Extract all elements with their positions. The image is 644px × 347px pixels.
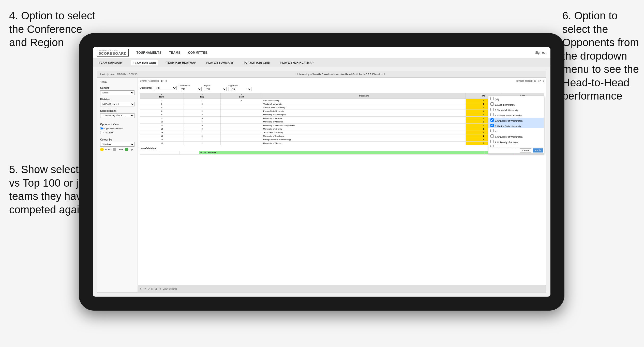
tablet-screen: Powered by iSport 5COREBOARD TOURNAMENTS… [93,47,550,297]
tab-h2h-heatmap[interactable]: TEAM H2H HEATMAP [164,60,198,65]
refresh-icon[interactable]: ↺ [147,287,150,290]
th-reg: #Reg [184,93,220,99]
table-row: 3 2 Vanderbilt University 0 4 [140,102,544,106]
table-row: NCAA Division II 1 0 [140,151,544,155]
apply-button[interactable]: Apply [533,148,543,152]
dropdown-item[interactable]: 6. Florida State University [488,123,544,128]
sub-nav: TEAM SUMMARY TEAM H2H GRID TEAM H2H HEAT… [93,58,550,67]
table-row: 8 2 University of Washington 1 0 [140,113,544,117]
table-row: 4 1 Arizona State University 5 1 [140,106,544,109]
dropdown-item[interactable]: 3. Vanderbilt University [488,107,544,112]
gender-select[interactable]: Men's [100,90,134,95]
filter-row: Opponents: (All) Conference (All) [140,84,544,91]
annotation-top-right: 6. Option to select the Opponents from t… [562,9,639,103]
report-title: University of North Carolina Head-to-Hea… [296,73,385,76]
out-division: Out of division NCAA Division II 1 0 [140,147,544,155]
down-color [100,148,104,151]
tab-player-summary[interactable]: PLAYER SUMMARY [204,60,236,65]
th-opponent: Opponent [262,93,466,99]
school-select[interactable]: 1. University of Nort... [100,113,134,118]
opponent-view-label: Opponent View [100,123,134,126]
team-label: Team [100,81,134,84]
tab-player-heatmap[interactable]: PLAYER H2H HEATMAP [278,60,316,65]
level-color [113,148,116,151]
grid-records: Overall Record: 89 - 17 - 0 Division Rec… [140,80,544,82]
report-body: Team Gender Men's Division NCAA Division [97,78,546,292]
last-updated: Last Updated: 4/7/2024 16:55:38 [100,73,137,76]
gender-label: Gender [100,87,134,89]
main-content: Last Updated: 4/7/2024 16:55:38 Universi… [93,67,550,297]
filter-region[interactable]: (All) [204,87,227,91]
tab-team-summary[interactable]: TEAM SUMMARY [97,60,125,65]
table-row: 13 1 Texas Tech University 3 0 [140,131,544,134]
dropdown-item[interactable]: 2. Auburn University [488,102,544,107]
table-row: 10 5 University of Alabama 3 0 [140,120,544,124]
color-legend: Down Level Up [100,148,134,151]
dropdown-item[interactable]: 9. University of Arizona [488,139,544,144]
division-label: Division [100,98,134,101]
colour-select[interactable]: Win/loss [100,142,134,147]
data-table: #Rank #Reg #Conf Opponent Win Loss 2 [140,93,544,145]
clock-icon[interactable]: ⏱ [158,287,161,290]
table-row: 6 2 Florida State University 4 2 [140,109,544,113]
out-division-table: NCAA Division II 1 0 [140,151,544,155]
cancel-button[interactable]: Cancel [520,148,531,152]
division-select[interactable]: NCAA Division I [100,102,134,106]
filter-opponents[interactable]: (All) [154,86,177,90]
table-row: 14 2 University of Oklahoma 2 2 [140,134,544,138]
opponents-label: Opponents: [140,87,152,89]
report-area: Last Updated: 4/7/2024 16:55:38 Universi… [97,71,546,293]
nav-committee[interactable]: COMMITTEE [188,51,208,54]
nav-teams[interactable]: TEAMS [169,51,181,54]
dropdown-item[interactable]: 7. [488,128,544,134]
copy-icon[interactable]: ⎘ [151,287,153,290]
dropdown-item[interactable]: 4. Arizona State University [488,112,544,118]
undo-icon[interactable]: ↩ [140,287,142,290]
toolbar: ↩ ↪ ↺ ⎘ ⊞ ⏱ View: Original [138,285,546,292]
nav-bar: Powered by iSport 5COREBOARD TOURNAMENTS… [93,47,550,58]
nav-signout[interactable]: Sign out [535,51,546,54]
opponents-played-radio[interactable] [100,127,103,130]
sidebar: Team Gender Men's Division NCAA Division [97,78,138,292]
view-label: View: Original [163,288,177,290]
nav-tournaments[interactable]: TOURNAMENTS [137,51,162,54]
opponent-view-radio: Opponents Played Top 100 [100,127,134,134]
tab-player-h2h-grid[interactable]: PLAYER H2H GRID [242,60,272,65]
up-color [125,148,128,151]
filter-opponent[interactable]: (All) [229,87,251,91]
logo: Powered by iSport 5COREBOARD [97,49,129,57]
table-row: 16 2 University of Florida 5 1 [140,142,544,145]
table-row: 12 3 University of Virginia 1 0 [140,127,544,131]
th-rank: #Rank [140,93,184,99]
filter-conference[interactable]: (All) [179,87,202,91]
dropdown-footer: CancelApply [488,147,544,154]
table-row: 15 4 Georgia Institute of Technology 5 0 [140,138,544,142]
th-conf: #Conf [220,93,262,99]
dropdown-item[interactable]: 8. University of Washington [488,134,544,139]
grid-area: Overall Record: 89 - 17 - 0 Division Rec… [138,78,546,292]
school-label: School (Rank) [100,109,134,112]
tab-h2h-grid[interactable]: TEAM H2H GRID [131,60,158,65]
table-row: 11 6 University of Arkansas, Fayettevill… [140,124,544,127]
dropdown-item[interactable]: 10. University of Alabama [488,144,544,147]
table-row: 9 3 University of Arizona 1 0 [140,117,544,120]
table-row: 2 1 1 Auburn University 2 1 [140,99,544,102]
tablet-container: Powered by iSport 5COREBOARD TOURNAMENTS… [79,33,564,311]
report-header: Last Updated: 4/7/2024 16:55:38 Universi… [97,71,546,78]
opponent-dropdown[interactable]: (All)2. Auburn University3. Vanderbilt U… [488,96,544,154]
layout-icon[interactable]: ⊞ [155,287,157,290]
dropdown-item[interactable]: (All) [488,96,544,102]
dropdown-item[interactable]: 5. University of Washington [488,118,544,123]
colour-label: Colour by [100,138,134,141]
top100-radio[interactable] [100,131,103,134]
redo-icon[interactable]: ↪ [144,287,146,290]
